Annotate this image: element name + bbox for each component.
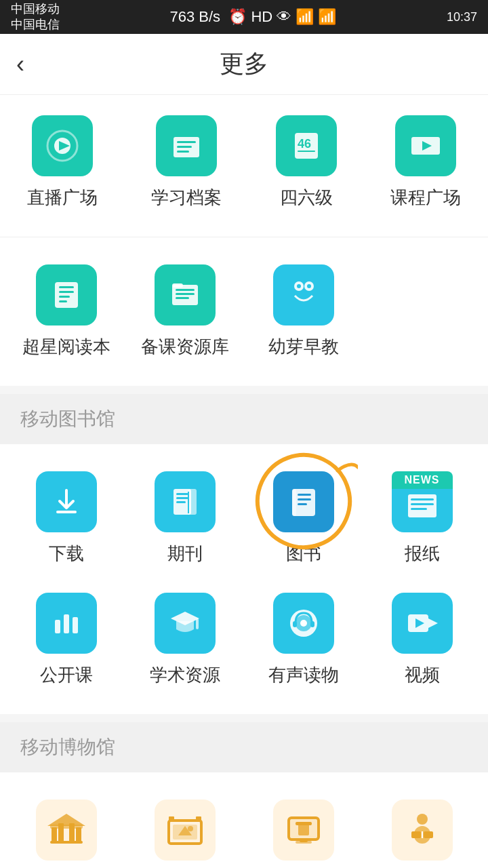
item-resources[interactable]: 备课资源库: [125, 251, 244, 372]
page-title: 更多: [220, 47, 268, 81]
svg-marker-61: [47, 814, 85, 826]
svg-marker-53: [428, 618, 438, 628]
svg-rect-76: [411, 831, 421, 838]
baby-label: 幼芽早教: [268, 335, 339, 359]
partial-top-row: 直播广场 学习档案 46 四六级: [0, 95, 488, 237]
svg-rect-67: [196, 816, 201, 822]
svg-rect-71: [296, 822, 312, 825]
svg-point-24: [297, 284, 301, 288]
svg-point-65: [188, 826, 193, 831]
status-bar: 中国移动 中国电信 763 B/s ⏰ HD 👁 📶 📶 10:37: [0, 0, 488, 34]
exam-label: 四六级: [280, 186, 333, 210]
resources-label: 备课资源库: [141, 335, 229, 359]
exhibit-icon: [155, 800, 216, 861]
item-live[interactable]: 直播广场: [22, 102, 103, 223]
svg-rect-6: [177, 151, 189, 153]
svg-rect-66: [169, 816, 174, 822]
svg-rect-44: [73, 617, 78, 633]
back-button[interactable]: ‹: [16, 50, 24, 79]
video-icon: [392, 593, 453, 654]
section-museum: 移动博物馆 金色名片: [0, 722, 488, 868]
opencourse-label: 公开课: [40, 663, 93, 687]
svg-rect-14: [59, 291, 74, 293]
scroll-area[interactable]: 直播广场 学习档案 46 四六级: [0, 95, 488, 868]
item-newspaper[interactable]: NEWS 报纸: [363, 458, 481, 579]
item-exam[interactable]: 46 四六级: [270, 102, 342, 223]
svg-rect-37: [298, 503, 307, 505]
item-baby[interactable]: 幼芽早教: [244, 251, 363, 372]
course-label: 课程广场: [390, 186, 461, 210]
svg-rect-31: [176, 501, 186, 503]
svg-rect-77: [424, 831, 433, 838]
section-tools: 超星阅读本 备课资源库: [0, 237, 488, 386]
item-download[interactable]: 下载: [7, 458, 125, 579]
empty-slot-1: [363, 251, 481, 372]
audio-icon: [273, 593, 334, 654]
svg-rect-13: [59, 286, 74, 288]
svg-rect-29: [176, 493, 188, 495]
svg-rect-30: [176, 497, 188, 499]
svg-rect-41: [411, 508, 427, 510]
item-classroom2[interactable]: 第二课堂: [363, 786, 481, 868]
section-library: 移动图书馆 下载: [0, 394, 488, 714]
archive-icon: [156, 115, 217, 176]
svg-rect-28: [188, 489, 197, 515]
item-golden-card[interactable]: 金色名片: [7, 786, 125, 868]
book-icon: [273, 471, 334, 532]
svg-point-74: [417, 814, 428, 825]
carrier-info: 中国移动 中国电信: [11, 1, 60, 33]
svg-rect-51: [310, 621, 314, 627]
svg-rect-5: [177, 146, 192, 148]
live-label: 直播广场: [27, 186, 98, 210]
golden-card-icon: [36, 800, 97, 861]
newspaper-label: 报纸: [405, 542, 440, 566]
top-nav: ‹ 更多: [0, 34, 488, 95]
reader-label: 超星阅读本: [22, 335, 110, 359]
classroom2-icon: [392, 800, 453, 861]
item-opencourse[interactable]: 公开课: [7, 579, 125, 701]
course-icon: [395, 115, 456, 176]
item-academic[interactable]: 学术资源: [125, 579, 244, 701]
svg-rect-20: [176, 293, 195, 295]
status-right: 10:37: [447, 10, 477, 24]
video-label: 视频: [405, 663, 440, 687]
item-video[interactable]: 视频: [363, 579, 481, 701]
item-book[interactable]: 图书: [244, 458, 363, 579]
academic-label: 学术资源: [150, 663, 220, 687]
svg-rect-42: [55, 620, 60, 633]
svg-rect-60: [50, 841, 83, 844]
treasure-icon: [273, 800, 334, 861]
news-badge: NEWS: [392, 471, 453, 489]
academic-icon: [155, 593, 216, 654]
baby-icon: [273, 264, 334, 326]
archive-label: 学习档案: [151, 186, 222, 210]
opencourse-icon: [36, 593, 97, 654]
item-journal[interactable]: 期刊: [125, 458, 244, 579]
svg-rect-26: [56, 511, 77, 513]
svg-rect-36: [298, 498, 311, 500]
svg-point-49: [300, 620, 307, 627]
item-course[interactable]: 课程广场: [385, 102, 466, 223]
item-exhibit[interactable]: 展览推荐: [125, 786, 244, 868]
item-archive[interactable]: 学习档案: [146, 102, 227, 223]
item-treasure[interactable]: 国家宝藏: [244, 786, 363, 868]
library-header: 移动图书馆: [0, 394, 488, 444]
audio-label: 有声读物: [268, 663, 339, 687]
item-reader[interactable]: 超星阅读本: [7, 251, 125, 372]
library-grid: 下载 期刊: [0, 444, 488, 714]
svg-rect-46: [196, 618, 199, 629]
resources-icon: [155, 264, 216, 326]
svg-rect-12: [55, 282, 78, 308]
live-icon: [32, 115, 93, 176]
svg-rect-43: [64, 614, 69, 633]
reader-icon: [36, 264, 97, 326]
svg-rect-40: [411, 503, 434, 505]
journal-icon: [155, 471, 216, 532]
svg-rect-35: [298, 494, 311, 496]
svg-rect-4: [177, 141, 196, 143]
svg-rect-34: [292, 489, 296, 516]
newspaper-icon: NEWS: [392, 471, 453, 532]
item-audio[interactable]: 有声读物: [244, 579, 363, 701]
svg-rect-73: [296, 841, 312, 844]
journal-label: 期刊: [167, 542, 203, 566]
